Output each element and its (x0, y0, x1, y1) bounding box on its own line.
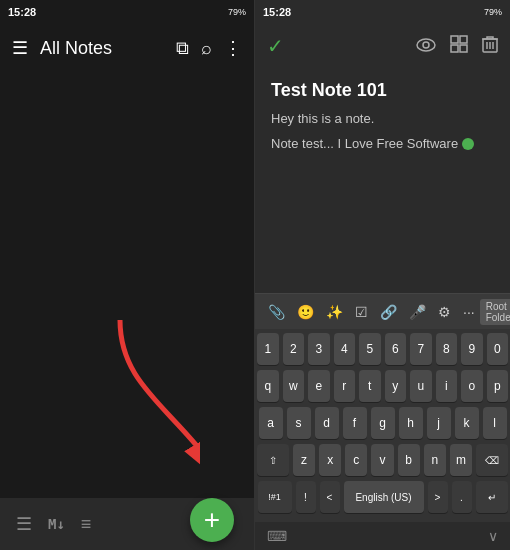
notes-list (0, 72, 254, 498)
space-key[interactable]: English (US) (344, 481, 424, 513)
svg-rect-5 (451, 45, 458, 52)
status-icons-left: 79% (228, 7, 246, 17)
key-row-numbers: 1 2 3 4 5 6 7 8 9 0 (257, 333, 508, 365)
list-view-icon[interactable]: ☰ (16, 513, 32, 535)
svg-rect-4 (460, 36, 467, 43)
checklist-icon[interactable]: ☑ (350, 300, 373, 324)
time-left: 15:28 (8, 6, 36, 18)
note-content[interactable]: Test Note 101 Hey this is a note. Note t… (255, 68, 510, 293)
keyboard-icon[interactable]: ⌨ (267, 528, 287, 544)
key-v[interactable]: v (371, 444, 393, 476)
key-0[interactable]: 0 (487, 333, 509, 365)
key-8[interactable]: 8 (436, 333, 458, 365)
keyboard-area: 1 2 3 4 5 6 7 8 9 0 q w e r t y u i (255, 329, 510, 550)
period-key[interactable]: . (452, 481, 472, 513)
key-p[interactable]: p (487, 370, 509, 402)
delete-icon[interactable] (482, 35, 498, 58)
key-c[interactable]: c (345, 444, 367, 476)
keyboard-bottom: ⌨ ∨ (255, 522, 510, 550)
symbols-key[interactable]: !#1 (258, 481, 292, 513)
menu-icon[interactable]: ☰ (12, 37, 28, 59)
battery-left: 79% (228, 7, 246, 17)
key-j[interactable]: j (427, 407, 451, 439)
confirm-icon[interactable]: ✓ (267, 34, 284, 58)
key-o[interactable]: o (461, 370, 483, 402)
key-s[interactable]: s (287, 407, 311, 439)
layout-icon-right[interactable] (450, 35, 468, 58)
key-7[interactable]: 7 (410, 333, 432, 365)
key-i[interactable]: i (436, 370, 458, 402)
key-z[interactable]: z (293, 444, 315, 476)
status-bar-right: 15:28 79% (255, 0, 510, 24)
shift-key[interactable]: ⇧ (257, 444, 289, 476)
attachment-icon[interactable]: 📎 (263, 300, 290, 324)
key-m[interactable]: m (450, 444, 472, 476)
key-g[interactable]: g (371, 407, 395, 439)
key-x[interactable]: x (319, 444, 341, 476)
key-w[interactable]: w (283, 370, 305, 402)
chevron-left-key[interactable]: < (320, 481, 340, 513)
search-icon[interactable]: ⌕ (201, 38, 212, 59)
emoji-icon[interactable]: 🙂 (292, 300, 319, 324)
key-u[interactable]: u (410, 370, 432, 402)
svg-rect-6 (460, 45, 467, 52)
key-2[interactable]: 2 (283, 333, 305, 365)
bottom-bar-left: ☰ M↓ ≡ + (0, 498, 254, 550)
svg-point-1 (417, 39, 435, 51)
key-1[interactable]: 1 (257, 333, 279, 365)
more-menu-icon-left[interactable]: ⋮ (224, 37, 242, 59)
status-icons-right: 79% (484, 7, 502, 17)
key-a[interactable]: a (259, 407, 283, 439)
key-t[interactable]: t (359, 370, 381, 402)
battery-right: 79% (484, 7, 502, 17)
enter-key[interactable]: ↵ (476, 481, 508, 513)
key-row-zxcv: ⇧ z x c v b n m ⌫ (257, 444, 508, 476)
key-y[interactable]: y (385, 370, 407, 402)
backspace-key[interactable]: ⌫ (476, 444, 508, 476)
eye-icon[interactable] (416, 36, 436, 57)
more-toolbar-icon[interactable]: ··· (458, 300, 480, 324)
bottom-icons: ☰ M↓ ≡ (16, 513, 91, 535)
key-6[interactable]: 6 (385, 333, 407, 365)
key-k[interactable]: k (455, 407, 479, 439)
mic-icon[interactable]: 🎤 (404, 300, 431, 324)
sticker-icon[interactable]: ✨ (321, 300, 348, 324)
header-left: ☰ All Notes ⧉ ⌕ ⋮ (0, 24, 254, 72)
key-3[interactable]: 3 (308, 333, 330, 365)
key-e[interactable]: e (308, 370, 330, 402)
key-r[interactable]: r (334, 370, 356, 402)
key-row-qwerty: q w e r t y u i o p (257, 370, 508, 402)
settings-icon[interactable]: ⚙ (433, 300, 456, 324)
status-bar-left: 15:28 79% (0, 0, 254, 24)
note-line-2-text: Note test... I Love Free Software (271, 134, 458, 155)
key-5[interactable]: 5 (359, 333, 381, 365)
svg-rect-3 (451, 36, 458, 43)
chevron-down-icon[interactable]: ∨ (488, 528, 498, 544)
key-d[interactable]: d (315, 407, 339, 439)
key-row-bottom: !#1 ! < English (US) > . ↵ (257, 481, 508, 513)
key-h[interactable]: h (399, 407, 423, 439)
exclaim-key[interactable]: ! (296, 481, 316, 513)
layout-icon-left[interactable]: ⧉ (176, 38, 189, 59)
folder-badge[interactable]: Root Folder (480, 299, 510, 325)
keyboard-toolbar: 📎 🙂 ✨ ☑ 🔗 🎤 ⚙ ··· Root Folder ⋮ (255, 293, 510, 329)
key-9[interactable]: 9 (461, 333, 483, 365)
key-b[interactable]: b (398, 444, 420, 476)
svg-point-2 (423, 42, 429, 48)
link-icon[interactable]: 🔗 (375, 300, 402, 324)
note-line-1: Hey this is a note. (271, 109, 494, 130)
key-l[interactable]: l (483, 407, 507, 439)
keyboard-rows: 1 2 3 4 5 6 7 8 9 0 q w e r t y u i (255, 329, 510, 522)
chevron-right-key[interactable]: > (428, 481, 448, 513)
toolbar-left: 📎 🙂 ✨ ☑ 🔗 🎤 ⚙ ··· (263, 300, 480, 324)
key-4[interactable]: 4 (334, 333, 356, 365)
key-f[interactable]: f (343, 407, 367, 439)
fab-add-button[interactable]: + (190, 498, 234, 542)
header-right-icons (416, 35, 498, 58)
note-title: Test Note 101 (271, 80, 494, 101)
note-view-icon[interactable]: ≡ (81, 514, 92, 535)
key-q[interactable]: q (257, 370, 279, 402)
markdown-icon[interactable]: M↓ (48, 516, 65, 532)
left-panel: 15:28 79% ☰ All Notes ⧉ ⌕ ⋮ ☰ M↓ ≡ (0, 0, 255, 550)
key-n[interactable]: n (424, 444, 446, 476)
